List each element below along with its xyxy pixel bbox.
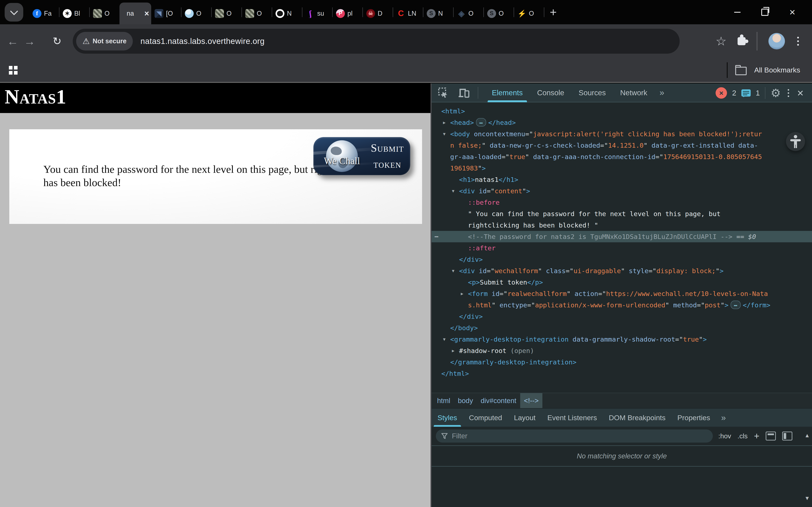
tree-row[interactable]: ▾<grammarly-desktop-integration data-gra… [432,334,812,345]
tab-close-icon[interactable]: × [144,9,149,17]
tree-row[interactable]: ▾<body oncontextmenu="javascript:alert('… [432,128,812,139]
scroll-down-arrow[interactable]: ▼ [804,495,810,502]
tree-row[interactable]: ▸<head>…</head> [432,117,812,128]
expanded-arrow-icon[interactable]: ▾ [452,265,454,277]
sidebar-tab-computed[interactable]: Computed [463,408,508,427]
devtools-tab-elements[interactable]: Elements [485,83,530,102]
toggle-classes-button[interactable]: .cls [738,432,748,440]
tree-row[interactable]: ::before [432,197,812,208]
inspect-element-icon[interactable] [438,87,449,98]
device-toolbar-icon[interactable] [458,88,470,98]
browser-tab[interactable]: ◥[O [151,3,181,24]
browser-tab[interactable]: fFa [29,3,59,24]
back-button[interactable]: ← [4,35,21,48]
tree-row[interactable]: ▸<form id="realwechallform" action="http… [432,288,812,299]
breadcrumb-item[interactable]: <!--> [520,393,543,408]
all-bookmarks-button[interactable]: All Bookmarks [754,66,800,74]
minimize-button[interactable] [732,7,742,17]
breadcrumb-item[interactable]: html [433,393,454,408]
profile-avatar[interactable] [768,33,785,49]
more-tabs-button[interactable]: » [654,88,669,97]
tree-row[interactable]: " You can find the password for the next… [432,208,812,220]
browser-tab[interactable]: na× [119,3,151,24]
browser-tab[interactable]: SN [423,3,453,24]
browser-tab[interactable]: ʃsu [302,3,332,24]
expanded-arrow-icon[interactable]: ▾ [452,185,454,197]
browser-tab[interactable]: O [90,3,119,24]
expanded-arrow-icon[interactable]: ▾ [443,334,446,345]
tree-row[interactable]: ▾<div id="content"> [432,185,812,197]
browser-tab[interactable]: SO [484,3,514,24]
tree-row[interactable]: ::after [432,242,812,254]
tree-row[interactable]: s.html" enctype="application/x-www-form-… [432,299,812,311]
tree-row[interactable]: </grammarly-desktop-integration> [432,356,812,368]
security-chip[interactable]: ⚠ Not secure [76,32,133,51]
maximize-button[interactable] [760,7,770,17]
breadcrumb-item[interactable]: body [454,393,477,408]
tree-row[interactable]: </html> [432,368,812,379]
apps-grid-icon[interactable] [9,66,17,74]
sidebar-tab-event-listeners[interactable]: Event Listeners [542,408,603,427]
browser-tab[interactable]: ⚡O [514,3,544,24]
sidebar-layout-toggle-icon[interactable] [782,432,792,441]
tree-row[interactable]: <html> [432,105,812,117]
collapsed-content-icon[interactable]: … [730,300,741,309]
sidebar-more-tabs[interactable]: » [716,413,731,422]
tree-row[interactable]: ▾<div id="wechallform" class="ui-draggab… [432,265,812,277]
breadcrumb-item[interactable]: div#content [477,393,520,408]
browser-tab[interactable]: ☠D [363,3,393,24]
tree-row[interactable]: n false;" data-new-gr-c-s-check-loaded="… [432,139,812,151]
collapsed-content-icon[interactable]: … [476,118,486,126]
devtools-close-button[interactable]: × [796,88,805,99]
devtools-menu-button[interactable] [786,88,791,98]
browser-menu-button[interactable] [796,36,800,47]
error-badge-icon[interactable]: × [716,87,727,99]
wechall-submit-token-widget[interactable]: We Chall Submit token [313,137,410,175]
tree-row-selected[interactable]: ⋯<!--The password for natas2 is TguMNxKo… [432,231,812,242]
browser-tab[interactable]: ✶Bl [59,3,89,24]
tree-row[interactable]: gr-aaa-loaded="true" data-gr-aaa-notch-c… [432,151,812,162]
collapsed-arrow-icon[interactable]: ▸ [452,345,454,356]
tree-row[interactable]: rightclicking has been blocked! " [432,220,812,231]
sidebar-tab-dom-breakpoints[interactable]: DOM Breakpoints [603,408,671,427]
tree-row[interactable]: </body> [432,322,812,334]
sidebar-tab-styles[interactable]: Styles [432,408,463,427]
sidebar-tab-properties[interactable]: Properties [671,408,716,427]
devtools-tab-sources[interactable]: Sources [571,83,613,102]
expanded-arrow-icon[interactable]: ▾ [443,128,446,139]
devtools-tab-network[interactable]: Network [613,83,654,102]
browser-tab[interactable]: ◈O [454,3,484,24]
tree-row[interactable]: <h1>natas1</h1> [432,174,812,185]
devtools-tab-console[interactable]: Console [530,83,571,102]
styles-filter-input[interactable] [451,432,708,440]
bookmark-star-icon[interactable]: ☆ [716,34,726,48]
collapsed-arrow-icon[interactable]: ▸ [443,117,446,128]
forward-button[interactable]: → [21,35,38,48]
tree-row[interactable]: 1961983"> [432,162,812,174]
tab-search-button[interactable] [5,3,23,21]
collapsed-arrow-icon[interactable]: ▸ [461,288,463,299]
new-tab-button[interactable]: + [550,6,557,18]
browser-tab[interactable]: O [182,3,211,24]
browser-tab[interactable]: N [272,3,302,24]
browser-tab[interactable]: CLN [393,3,423,24]
browser-tab[interactable]: O [212,3,242,24]
close-window-button[interactable]: × [788,7,797,17]
tree-row[interactable]: ▸#shadow-root (open) [432,345,812,356]
node-options-icon[interactable]: ⋯ [435,231,439,242]
scroll-up-arrow[interactable]: ▲ [804,432,810,439]
browser-tab[interactable]: O [242,3,272,24]
address-bar[interactable]: ⚠ Not secure natas1.natas.labs.overthewi… [73,29,679,54]
tree-row[interactable]: </div> [432,311,812,322]
tree-row[interactable]: <p>Submit token</p> [432,277,812,288]
toggle-hover-state-button[interactable]: :hov [718,432,731,440]
extensions-icon[interactable] [738,37,746,45]
browser-tab[interactable]: Ppl [333,3,362,24]
tree-row[interactable]: </div> [432,254,812,265]
sidebar-tab-layout[interactable]: Layout [508,408,541,427]
settings-gear-icon[interactable]: ⚙ [770,87,781,100]
issues-icon[interactable] [742,89,751,97]
rendering-emulation-icon[interactable] [766,432,776,441]
new-style-rule-button[interactable]: + [754,431,759,441]
reload-button[interactable]: ↻ [49,35,65,47]
